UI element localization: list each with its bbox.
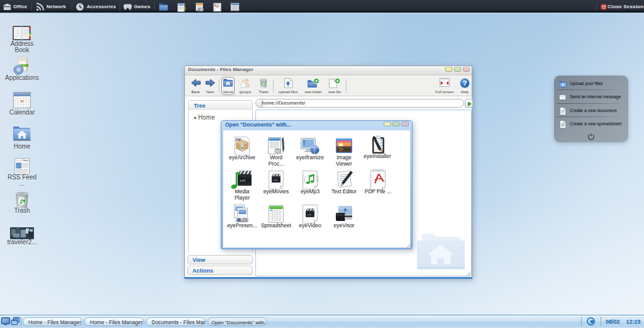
svg-text:Times: Times: [23, 159, 28, 162]
svg-text:ZIP: ZIP: [236, 138, 242, 142]
svg-text:?: ?: [463, 79, 467, 87]
